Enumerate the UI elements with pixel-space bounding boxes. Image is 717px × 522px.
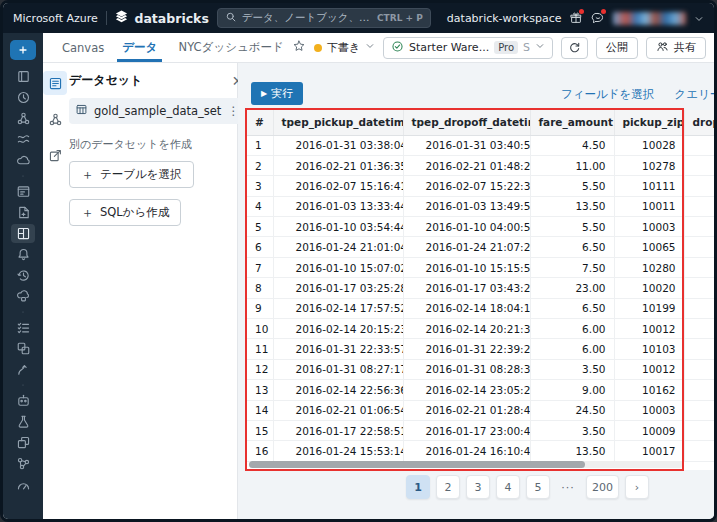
- table-row: 122016-01-31 08:27:17.0002016-01-31 08:2…: [247, 359, 714, 379]
- panel-publish-icon[interactable]: [43, 143, 67, 167]
- user-account-redacted[interactable]: [613, 12, 686, 25]
- experiments-icon[interactable]: [11, 412, 35, 431]
- warehouse-selector[interactable]: Starter Ware... Pro S: [383, 37, 553, 59]
- workspace-icon[interactable]: [11, 67, 35, 86]
- dashboard-menubar: Canvas データ NYCダッシュボード 下書き Starter Ware..…: [43, 33, 714, 63]
- table-cell: 2016-01-17 03:25:28.000: [273, 278, 403, 298]
- table-cell: 10111: [614, 176, 684, 196]
- table-cell: 10003: [614, 217, 684, 237]
- column-header-row-number[interactable]: #: [247, 110, 273, 135]
- next-page-button[interactable]: ›: [625, 475, 649, 499]
- table-cell: 2016-02-14 17:57:52.000: [273, 298, 403, 318]
- databricks-logo[interactable]: databricks: [114, 9, 208, 27]
- draft-status-dropdown[interactable]: 下書き: [314, 40, 375, 55]
- query-history-icon[interactable]: [11, 266, 35, 285]
- table-cell: 10199: [614, 298, 684, 318]
- page-button-5[interactable]: 5: [526, 475, 550, 499]
- databricks-logo-icon: [114, 9, 129, 27]
- select-fields-link[interactable]: フィールドを選択: [561, 87, 654, 102]
- table-row: 102016-02-14 20:15:23.0002016-02-14 20:2…: [247, 319, 714, 339]
- table-cell: 9: [247, 298, 273, 318]
- table-row: 42016-01-03 13:33:44.0002016-01-03 13:49…: [247, 196, 714, 216]
- table-cell: 2016-01-17 22:58:51.000: [273, 420, 403, 440]
- gift-icon[interactable]: [569, 9, 583, 27]
- dashboards-icon[interactable]: [11, 224, 35, 243]
- column-header-fare_amount[interactable]: fare_amount: [530, 110, 614, 135]
- table-cell-clipped: [684, 298, 714, 318]
- table-cell: 2016-01-31 03:38:04.000: [273, 135, 403, 155]
- horizontal-scrollbar[interactable]: [249, 461, 683, 468]
- table-cell-clipped: [684, 400, 714, 420]
- panel-catalog-icon[interactable]: [43, 107, 67, 131]
- pipelines-icon[interactable]: [11, 339, 35, 358]
- column-header-pickup_zip[interactable]: pickup_zip: [614, 110, 684, 135]
- table-cell: 2016-01-31 03:40:50.000: [403, 135, 530, 155]
- refresh-button[interactable]: [561, 37, 588, 59]
- create-dataset-hint: 別のデータセットを作成: [69, 137, 245, 152]
- queries-link[interactable]: クエリー: [674, 87, 714, 102]
- page-button-200[interactable]: 200: [586, 475, 619, 499]
- sql-warehouses-icon[interactable]: [11, 287, 35, 306]
- table-cell: 16: [247, 441, 273, 461]
- table-cell: 2016-01-31 22:33:57.000: [273, 339, 403, 359]
- tab-canvas[interactable]: Canvas: [57, 33, 109, 62]
- table-cell: 11.00: [530, 155, 614, 175]
- table-cell: 2016-02-14 23:05:21.000: [403, 380, 530, 400]
- table-cell: 23.00: [530, 278, 614, 298]
- result-table: #tpep_pickup_datetimetpep_dropoff_dateti…: [247, 110, 714, 462]
- global-search-input[interactable]: データ、ノートブック、最近のアイテムな... CTRL + P: [217, 8, 431, 28]
- table-cell: 13.50: [530, 196, 614, 216]
- select-table-button[interactable]: ＋ テーブルを選択: [69, 161, 194, 188]
- table-cell: 10028: [614, 135, 684, 155]
- sql-editor-icon[interactable]: [11, 182, 35, 201]
- feedback-icon[interactable]: [591, 9, 605, 27]
- column-header-dropoff_[interactable]: dropoff_: [684, 110, 714, 135]
- recents-icon[interactable]: [11, 88, 35, 107]
- table-cell: 2016-01-10 15:07:02.000: [273, 257, 403, 277]
- table-cell: 2016-02-21 01:36:35.000: [273, 155, 403, 175]
- table-cell: 24.50: [530, 400, 614, 420]
- tab-data[interactable]: データ: [117, 33, 162, 62]
- star-icon[interactable]: [292, 38, 306, 57]
- new-button[interactable]: [10, 40, 36, 60]
- dataset-item[interactable]: gold_sample_data_set ⋮: [69, 98, 245, 124]
- table-cell: 2016-01-31 08:27:17.000: [273, 359, 403, 379]
- table-cell: 2016-02-14 20:21:31.000: [403, 319, 530, 339]
- table-cell: 10012: [614, 359, 684, 379]
- column-header-tpep_pickup_datetime[interactable]: tpep_pickup_datetime: [273, 110, 403, 135]
- table-cell: 9.00: [530, 380, 614, 400]
- data-ingestion-icon[interactable]: [11, 360, 35, 379]
- alerts-icon[interactable]: [11, 245, 35, 264]
- workspace-name[interactable]: databrick-workspace: [447, 12, 562, 25]
- table-row: 72016-01-10 15:07:02.0002016-01-10 15:15…: [247, 257, 714, 277]
- page-button-3[interactable]: 3: [466, 475, 490, 499]
- dashboard-title[interactable]: NYCダッシュボード: [179, 40, 284, 55]
- catalog-icon[interactable]: [11, 109, 35, 128]
- panel-datasets-icon[interactable]: [43, 71, 67, 95]
- publish-button[interactable]: 公開: [596, 37, 638, 59]
- page-button-1[interactable]: 1: [406, 475, 430, 499]
- models-icon[interactable]: [11, 433, 35, 452]
- play-icon: ▶: [261, 89, 267, 98]
- column-header-tpep_dropoff_datetime[interactable]: tpep_dropoff_datetime: [403, 110, 530, 135]
- page-button-4[interactable]: 4: [496, 475, 520, 499]
- share-button[interactable]: 共有: [646, 37, 706, 59]
- page-button-2[interactable]: 2: [436, 475, 460, 499]
- scrollbar-thumb[interactable]: [249, 461, 585, 468]
- table-cell: 10020: [614, 278, 684, 298]
- table-cell: 10009: [614, 420, 684, 440]
- gauge-icon[interactable]: [11, 475, 35, 494]
- workflows-icon[interactable]: [11, 130, 35, 149]
- job-runs-icon[interactable]: [11, 318, 35, 337]
- compute-icon[interactable]: [11, 151, 35, 170]
- playground-icon[interactable]: [11, 391, 35, 410]
- serving-icon[interactable]: [11, 454, 35, 473]
- table-icon: [75, 103, 88, 119]
- table-cell-clipped: [684, 420, 714, 440]
- run-button[interactable]: ▶ 実行: [251, 82, 303, 105]
- create-from-sql-button[interactable]: ＋ SQLから作成: [69, 199, 181, 226]
- table-cell-clipped: [684, 441, 714, 461]
- table-row: 82016-01-17 03:25:28.0002016-01-17 03:43…: [247, 278, 714, 298]
- table-cell: 10278: [614, 155, 684, 175]
- queries-icon[interactable]: [11, 203, 35, 222]
